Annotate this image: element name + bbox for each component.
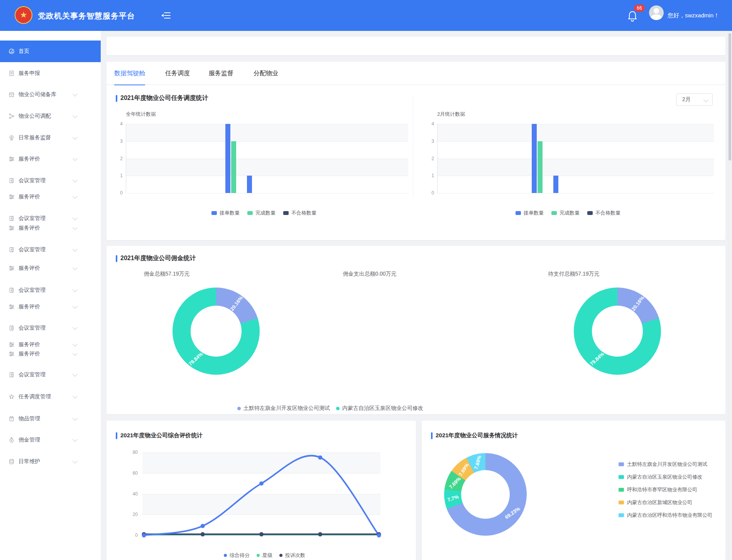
- database-icon: [8, 458, 15, 465]
- sidebar-item-会议室管理-17[interactable]: 会议室管理: [0, 367, 101, 382]
- notification-badge: 66: [634, 5, 645, 12]
- year-chart-gridline: [126, 193, 408, 193]
- month-select[interactable]: 2月: [676, 93, 713, 106]
- commission-total-label: 佣金总额57.19万元: [144, 271, 189, 277]
- legend-item-完成数量[interactable]: 完成数量: [551, 210, 580, 217]
- year-chart-ytick: 2: [111, 156, 123, 161]
- sidebar-item-服务评价-11[interactable]: 服务评价: [0, 261, 101, 276]
- box-icon: [8, 416, 15, 422]
- legend-dot-icon: [279, 554, 282, 557]
- door-icon: [8, 287, 15, 293]
- legend-item-不合格数量[interactable]: 不合格数量: [587, 210, 620, 217]
- sidebar-item-label: 任务调度管理: [19, 393, 51, 400]
- month-chart-subtitle: 2月统计数据: [437, 111, 465, 118]
- sidebar-item-任务调度管理-18[interactable]: 任务调度管理: [0, 389, 101, 404]
- legend-swatch-icon: [516, 211, 521, 215]
- month-chart-ytick: 0: [423, 190, 434, 196]
- sidebar-item-label: 服务评价: [19, 156, 40, 162]
- commission-pending-donut-hole: [592, 306, 643, 357]
- tab-任务调度[interactable]: 任务调度: [165, 62, 190, 85]
- legend-item-接单数量[interactable]: 接单数量: [516, 210, 544, 217]
- sidebar-item-label: 会议室管理: [19, 246, 46, 253]
- sidebar-item-服务评价-9[interactable]: 服务评价: [0, 220, 101, 236]
- sidebar-item-物业公司储备库-2[interactable]: 物业公司储备库: [0, 87, 101, 102]
- chevron-down-icon: [73, 416, 78, 421]
- tab-服务监督[interactable]: 服务监督: [209, 62, 233, 85]
- year-chart-bar-接单数量: [225, 124, 230, 193]
- sidebar-item-首页-0[interactable]: 首页: [0, 41, 101, 62]
- sidebar-item-服务申报-1[interactable]: 服务申报: [0, 66, 101, 81]
- monitor-icon: [8, 135, 15, 141]
- point-投诉次数: [201, 532, 205, 536]
- sliders-icon: [8, 265, 15, 271]
- service-section-title: 2021年度物业公司服务情况统计: [431, 432, 518, 439]
- year-chart-gridline: [126, 124, 408, 124]
- eval-ytick: 20: [126, 512, 138, 517]
- archive-icon: [8, 91, 15, 98]
- point-综合得分: [142, 533, 146, 538]
- chevron-down-icon: [73, 265, 78, 270]
- commission-section-title: 2021年度物业公司佣金统计: [116, 254, 196, 262]
- legend-item-内蒙古自治区玉泉区物业公司修改[interactable]: 内蒙古自治区玉泉区物业公司修改: [336, 405, 423, 412]
- app-header: ★ 党政机关事务智慧服务平台 66 您好，swzxadmin！: [0, 0, 732, 31]
- legend-item-土默特左旗金川开发区物业公司测试[interactable]: 土默特左旗金川开发区物业公司测试: [619, 461, 707, 468]
- year-chart-gridline: [126, 176, 408, 176]
- sidebar-item-服务评价-13[interactable]: 服务评价: [0, 299, 101, 315]
- notification-bell-icon[interactable]: [627, 10, 637, 23]
- tab-数据驾驶舱[interactable]: 数据驾驶舱: [114, 62, 145, 85]
- sidebar-item-佣金管理-20[interactable]: 佣金管理: [0, 432, 101, 448]
- year-chart-split-band: [126, 159, 408, 176]
- title-accent-bar: [116, 255, 117, 262]
- legend-item-呼和浩特市赛罕区物业有限公司[interactable]: 呼和浩特市赛罕区物业有限公司: [619, 486, 697, 493]
- sliders-icon: [8, 351, 15, 357]
- evaluation-line-svg: [138, 447, 385, 541]
- sidebar-item-label: 服务评价: [19, 265, 40, 272]
- sidebar-item-会议室管理-6[interactable]: 会议室管理: [0, 173, 101, 188]
- legend-item-投诉次数[interactable]: 投诉次数: [279, 552, 305, 559]
- sidebar-item-日常维护-21[interactable]: 日常维护: [0, 454, 101, 469]
- legend-item-内蒙古自治区玉泉区物业公司修改[interactable]: 内蒙古自治区玉泉区物业公司修改: [619, 474, 702, 480]
- sidebar-item-服务评价-7[interactable]: 服务评价: [0, 189, 101, 205]
- sidebar-item-label: 服务评价: [19, 225, 40, 232]
- point-综合得分: [377, 533, 381, 538]
- sidebar-item-会议室管理-12[interactable]: 会议室管理: [0, 283, 101, 298]
- avatar[interactable]: [649, 5, 664, 20]
- legend-item-综合得分[interactable]: 综合得分: [224, 552, 250, 559]
- legend-item-内蒙古自治区新城区物业公司[interactable]: 内蒙古自治区新城区物业公司: [619, 499, 692, 506]
- legend-item-完成数量[interactable]: 完成数量: [247, 210, 276, 217]
- month-chart-gridline: [437, 193, 714, 193]
- year-chart-gridline: [126, 159, 408, 159]
- point-投诉次数: [318, 532, 322, 536]
- sidebar-item-日常服务监督-4[interactable]: 日常服务监督: [0, 130, 101, 145]
- legend-swatch-icon: [619, 501, 624, 504]
- tab-分配物业[interactable]: 分配物业: [254, 62, 278, 85]
- sidebar-item-服务评价-5[interactable]: 服务评价: [0, 151, 101, 167]
- sidebar-item-物品管理-19[interactable]: 物品管理: [0, 411, 101, 426]
- scrollbar-thumb[interactable]: [729, 33, 731, 161]
- legend-swatch-icon: [551, 211, 557, 215]
- sidebar-item-服务评价-16[interactable]: 服务评价: [0, 346, 101, 362]
- legend-item-内蒙古自治区呼和浩特市物业有限公司[interactable]: 内蒙古自治区呼和浩特市物业有限公司: [619, 512, 712, 519]
- legend-dot-icon: [257, 554, 260, 557]
- breadcrumb-bar: 首页: [107, 37, 725, 55]
- commission-legend-row: 土默特左旗金川开发区物业公司测试内蒙古自治区玉泉区物业公司修改: [237, 405, 423, 412]
- sidebar-item-物业公司调配-3[interactable]: 物业公司调配: [0, 108, 101, 124]
- dashboard-icon: [8, 48, 15, 54]
- legend-item-不合格数量[interactable]: 不合格数量: [283, 210, 316, 217]
- sidebar-item-label: 首页: [19, 48, 29, 55]
- sidebar-item-label: 服务申报: [19, 70, 40, 77]
- sliders-icon: [8, 304, 15, 310]
- legend-item-星级[interactable]: 星级: [257, 552, 272, 559]
- month-chart-gridline: [437, 124, 714, 124]
- user-greeting[interactable]: 您好，swzxadmin！: [668, 12, 719, 19]
- sidebar-collapse-icon[interactable]: [161, 12, 171, 20]
- door-icon: [8, 178, 15, 184]
- sidebar-item-会议室管理-10[interactable]: 会议室管理: [0, 242, 101, 257]
- sidebar-item-label: 物业公司调配: [19, 113, 51, 120]
- sidebar-item-会议室管理-14[interactable]: 会议室管理: [0, 320, 101, 336]
- legend-dot-icon: [224, 554, 227, 557]
- dispatch-icon: [8, 113, 15, 119]
- legend-item-土默特左旗金川开发区物业公司测试[interactable]: 土默特左旗金川开发区物业公司测试: [237, 405, 330, 412]
- legend-item-接单数量[interactable]: 接单数量: [211, 210, 240, 217]
- sidebar-item-label: 服务评价: [19, 193, 40, 200]
